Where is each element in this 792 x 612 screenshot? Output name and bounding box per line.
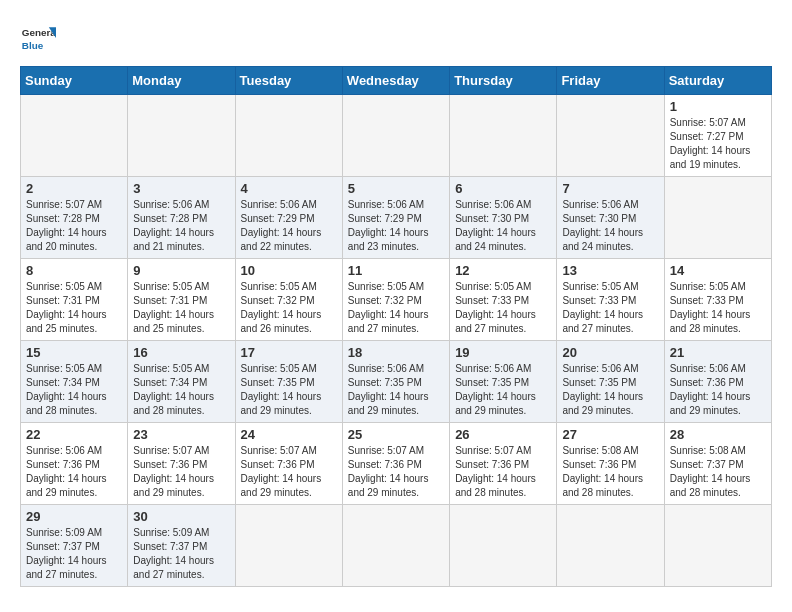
sunset-text: Sunset: 7:33 PM: [670, 295, 744, 306]
sunrise-text: Sunrise: 5:06 AM: [670, 363, 746, 374]
cell-content: Sunrise: 5:07 AMSunset: 7:28 PMDaylight:…: [26, 198, 122, 254]
daylight-text: Daylight: 14 hours and 27 minutes.: [133, 555, 214, 580]
calendar-cell: 17Sunrise: 5:05 AMSunset: 7:35 PMDayligh…: [235, 341, 342, 423]
sunset-text: Sunset: 7:35 PM: [348, 377, 422, 388]
day-number: 18: [348, 345, 444, 360]
day-number: 4: [241, 181, 337, 196]
sunrise-text: Sunrise: 5:07 AM: [670, 117, 746, 128]
cell-content: Sunrise: 5:06 AMSunset: 7:35 PMDaylight:…: [348, 362, 444, 418]
calendar-cell: 18Sunrise: 5:06 AMSunset: 7:35 PMDayligh…: [342, 341, 449, 423]
calendar-week-row: 29Sunrise: 5:09 AMSunset: 7:37 PMDayligh…: [21, 505, 772, 587]
sunrise-text: Sunrise: 5:05 AM: [670, 281, 746, 292]
cell-content: Sunrise: 5:05 AMSunset: 7:33 PMDaylight:…: [455, 280, 551, 336]
calendar-cell: 23Sunrise: 5:07 AMSunset: 7:36 PMDayligh…: [128, 423, 235, 505]
sunrise-text: Sunrise: 5:05 AM: [348, 281, 424, 292]
sunset-text: Sunset: 7:37 PM: [133, 541, 207, 552]
day-number: 3: [133, 181, 229, 196]
day-number: 8: [26, 263, 122, 278]
calendar-cell: [342, 505, 449, 587]
cell-content: Sunrise: 5:05 AMSunset: 7:32 PMDaylight:…: [348, 280, 444, 336]
cell-content: Sunrise: 5:05 AMSunset: 7:33 PMDaylight:…: [670, 280, 766, 336]
sunset-text: Sunset: 7:32 PM: [348, 295, 422, 306]
day-number: 28: [670, 427, 766, 442]
sunrise-text: Sunrise: 5:07 AM: [455, 445, 531, 456]
sunrise-text: Sunrise: 5:06 AM: [455, 199, 531, 210]
cell-content: Sunrise: 5:06 AMSunset: 7:28 PMDaylight:…: [133, 198, 229, 254]
calendar-day-header: Friday: [557, 67, 664, 95]
sunset-text: Sunset: 7:36 PM: [133, 459, 207, 470]
cell-content: Sunrise: 5:06 AMSunset: 7:30 PMDaylight:…: [455, 198, 551, 254]
calendar-cell: [557, 95, 664, 177]
calendar-day-header: Saturday: [664, 67, 771, 95]
daylight-text: Daylight: 14 hours and 29 minutes.: [670, 391, 751, 416]
calendar-day-header: Sunday: [21, 67, 128, 95]
calendar-cell: [557, 505, 664, 587]
day-number: 6: [455, 181, 551, 196]
day-number: 17: [241, 345, 337, 360]
sunset-text: Sunset: 7:35 PM: [455, 377, 529, 388]
calendar-cell: 6Sunrise: 5:06 AMSunset: 7:30 PMDaylight…: [450, 177, 557, 259]
sunrise-text: Sunrise: 5:06 AM: [241, 199, 317, 210]
cell-content: Sunrise: 5:05 AMSunset: 7:31 PMDaylight:…: [133, 280, 229, 336]
sunset-text: Sunset: 7:37 PM: [26, 541, 100, 552]
sunrise-text: Sunrise: 5:09 AM: [26, 527, 102, 538]
sunrise-text: Sunrise: 5:05 AM: [26, 281, 102, 292]
calendar-cell: [342, 95, 449, 177]
sunset-text: Sunset: 7:35 PM: [562, 377, 636, 388]
daylight-text: Daylight: 14 hours and 29 minutes.: [26, 473, 107, 498]
sunrise-text: Sunrise: 5:06 AM: [26, 445, 102, 456]
day-number: 29: [26, 509, 122, 524]
daylight-text: Daylight: 14 hours and 25 minutes.: [133, 309, 214, 334]
daylight-text: Daylight: 14 hours and 23 minutes.: [348, 227, 429, 252]
calendar-cell: 9Sunrise: 5:05 AMSunset: 7:31 PMDaylight…: [128, 259, 235, 341]
day-number: 14: [670, 263, 766, 278]
day-number: 10: [241, 263, 337, 278]
calendar-cell: 29Sunrise: 5:09 AMSunset: 7:37 PMDayligh…: [21, 505, 128, 587]
daylight-text: Daylight: 14 hours and 29 minutes.: [133, 473, 214, 498]
sunset-text: Sunset: 7:31 PM: [26, 295, 100, 306]
calendar-cell: 21Sunrise: 5:06 AMSunset: 7:36 PMDayligh…: [664, 341, 771, 423]
daylight-text: Daylight: 14 hours and 28 minutes.: [562, 473, 643, 498]
sunrise-text: Sunrise: 5:07 AM: [348, 445, 424, 456]
calendar-cell: 27Sunrise: 5:08 AMSunset: 7:36 PMDayligh…: [557, 423, 664, 505]
calendar-cell: 28Sunrise: 5:08 AMSunset: 7:37 PMDayligh…: [664, 423, 771, 505]
calendar-cell: 7Sunrise: 5:06 AMSunset: 7:30 PMDaylight…: [557, 177, 664, 259]
calendar-cell: 11Sunrise: 5:05 AMSunset: 7:32 PMDayligh…: [342, 259, 449, 341]
day-number: 1: [670, 99, 766, 114]
sunset-text: Sunset: 7:28 PM: [26, 213, 100, 224]
day-number: 19: [455, 345, 551, 360]
sunset-text: Sunset: 7:30 PM: [455, 213, 529, 224]
day-number: 9: [133, 263, 229, 278]
daylight-text: Daylight: 14 hours and 28 minutes.: [670, 473, 751, 498]
calendar-cell: 16Sunrise: 5:05 AMSunset: 7:34 PMDayligh…: [128, 341, 235, 423]
day-number: 2: [26, 181, 122, 196]
daylight-text: Daylight: 14 hours and 22 minutes.: [241, 227, 322, 252]
daylight-text: Daylight: 14 hours and 29 minutes.: [562, 391, 643, 416]
cell-content: Sunrise: 5:07 AMSunset: 7:27 PMDaylight:…: [670, 116, 766, 172]
cell-content: Sunrise: 5:06 AMSunset: 7:35 PMDaylight:…: [562, 362, 658, 418]
calendar-cell: [664, 177, 771, 259]
daylight-text: Daylight: 14 hours and 24 minutes.: [455, 227, 536, 252]
sunrise-text: Sunrise: 5:08 AM: [670, 445, 746, 456]
cell-content: Sunrise: 5:06 AMSunset: 7:36 PMDaylight:…: [670, 362, 766, 418]
day-number: 30: [133, 509, 229, 524]
day-number: 12: [455, 263, 551, 278]
day-number: 15: [26, 345, 122, 360]
daylight-text: Daylight: 14 hours and 27 minutes.: [455, 309, 536, 334]
calendar-cell: 24Sunrise: 5:07 AMSunset: 7:36 PMDayligh…: [235, 423, 342, 505]
calendar-cell: 14Sunrise: 5:05 AMSunset: 7:33 PMDayligh…: [664, 259, 771, 341]
day-number: 27: [562, 427, 658, 442]
calendar-cell: 26Sunrise: 5:07 AMSunset: 7:36 PMDayligh…: [450, 423, 557, 505]
sunset-text: Sunset: 7:30 PM: [562, 213, 636, 224]
sunset-text: Sunset: 7:33 PM: [562, 295, 636, 306]
daylight-text: Daylight: 14 hours and 26 minutes.: [241, 309, 322, 334]
daylight-text: Daylight: 14 hours and 28 minutes.: [133, 391, 214, 416]
day-number: 13: [562, 263, 658, 278]
sunrise-text: Sunrise: 5:06 AM: [133, 199, 209, 210]
sunrise-text: Sunrise: 5:07 AM: [133, 445, 209, 456]
calendar-table: SundayMondayTuesdayWednesdayThursdayFrid…: [20, 66, 772, 587]
daylight-text: Daylight: 14 hours and 29 minutes.: [455, 391, 536, 416]
calendar-cell: 2Sunrise: 5:07 AMSunset: 7:28 PMDaylight…: [21, 177, 128, 259]
day-number: 23: [133, 427, 229, 442]
calendar-cell: [450, 505, 557, 587]
